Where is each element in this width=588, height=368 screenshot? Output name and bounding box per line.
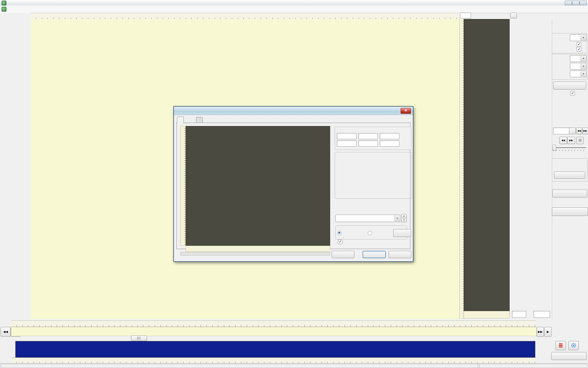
ep-axis-strip <box>464 311 510 318</box>
title-bar <box>0 0 588 6</box>
net-checkbox[interactable]: ✓ <box>570 91 575 96</box>
scroll-fast-right-button[interactable]: ▶▶ <box>537 327 544 337</box>
spectrogram[interactable] <box>15 341 535 358</box>
close-button[interactable] <box>579 1 587 5</box>
timeline-drag-handle[interactable]: ||| <box>131 335 147 341</box>
table-more-button[interactable] <box>569 128 576 134</box>
status-montage <box>478 364 587 368</box>
table-all-field[interactable] <box>553 128 570 134</box>
eeg-time-ruler <box>31 13 459 20</box>
ep-interval-count <box>460 13 471 18</box>
biofeedback-settings-button[interactable] <box>568 341 579 350</box>
graph-spin-down[interactable]: ▼ <box>401 218 407 222</box>
export-button[interactable] <box>393 229 411 237</box>
band-button[interactable] <box>553 82 586 90</box>
max-ms-field <box>337 133 356 139</box>
hf-select[interactable]: ▼ <box>570 63 586 70</box>
ep-plot[interactable] <box>186 126 330 246</box>
display-groupbox: ▼ ✓ ✓ <box>552 33 587 53</box>
timeline-ruler-bottom[interactable] <box>11 358 536 364</box>
tab-graph[interactable] <box>177 117 184 124</box>
right-panel: ▼ ✓ ✓ ▼ ▼ ▼ ✓ ◀◀ <box>552 13 588 332</box>
receive-mode-button[interactable] <box>551 352 587 360</box>
export-current-radio[interactable] <box>337 231 342 235</box>
edit-activity-button[interactable] <box>552 207 588 216</box>
graph-spin-up[interactable]: ▲ <box>401 214 407 218</box>
minimize-button[interactable] <box>565 1 572 5</box>
analysis-groupbox <box>552 158 587 182</box>
status-bar <box>0 363 588 368</box>
scroll-fast-left-button[interactable]: ◀◀ <box>1 327 10 337</box>
chevron-down-icon[interactable]: ▼ <box>581 71 586 77</box>
values-column <box>508 19 552 319</box>
current-graph-select[interactable]: ▼ <box>335 215 400 222</box>
uv-mm-select[interactable]: ▼ <box>570 55 586 62</box>
plot-x-axis <box>186 246 330 252</box>
red-bars-icon <box>558 343 563 348</box>
mm-sec-select[interactable]: ▼ <box>570 34 586 41</box>
print-button[interactable] <box>332 251 354 258</box>
peak2-ms-field <box>358 133 378 139</box>
maximize-button[interactable] <box>572 1 579 5</box>
stop-button[interactable] <box>576 137 584 144</box>
table-prev-button[interactable]: ◀◀ <box>576 128 582 134</box>
timeline-ruler-top[interactable] <box>11 320 536 327</box>
chevron-down-icon[interactable]: ▼ <box>581 35 586 40</box>
filters-groupbox: ▼ ▼ ▼ <box>552 54 587 80</box>
table-next-button[interactable]: ▶▶ <box>582 128 588 134</box>
plot-scrollbar[interactable] <box>180 252 330 255</box>
plot-y-axis <box>180 126 186 246</box>
lf-select[interactable]: ▼ <box>570 71 586 77</box>
marker-band <box>11 327 537 336</box>
export-all-radio[interactable] <box>368 231 372 235</box>
dialog-title-bar[interactable]: ✕ <box>174 107 413 115</box>
axes-checkbox[interactable]: ✓ <box>577 47 581 52</box>
max-uv-field <box>337 140 356 147</box>
length-button[interactable] <box>554 171 585 179</box>
doctor-report-button[interactable] <box>552 190 587 197</box>
ep-header <box>459 12 510 19</box>
rewind-button[interactable]: ◀◀ <box>559 137 567 144</box>
common-scale-checkbox[interactable]: ✓ <box>338 240 342 244</box>
speed-slider-ticks <box>553 150 586 151</box>
app-icon <box>2 1 6 6</box>
gear-icon <box>571 343 576 348</box>
forward-button[interactable]: ▶▶ <box>567 137 575 144</box>
cancel-button[interactable] <box>389 251 411 258</box>
status-patient <box>1 364 480 368</box>
grid-checkbox[interactable]: ✓ <box>577 42 581 47</box>
values-header <box>508 12 552 18</box>
ok-button[interactable] <box>363 251 386 258</box>
channel-graph-dialog: ✕ <box>174 106 413 262</box>
chevron-down-icon[interactable]: ▼ <box>581 63 586 69</box>
dialog-close-button[interactable]: ✕ <box>401 108 411 114</box>
stats-group <box>335 127 411 150</box>
cursor-uv-field <box>380 140 399 147</box>
neurotravel-window: ▼ ✓ ✓ ▼ ▼ ▼ ✓ ◀◀ <box>0 0 588 368</box>
menu-app-icon <box>2 7 6 12</box>
ep-traces <box>464 19 509 311</box>
chevron-down-icon[interactable]: ▼ <box>394 215 400 221</box>
ep-scale-strip <box>459 19 464 319</box>
peak2-uv-field <box>358 140 378 147</box>
chevron-down-icon[interactable]: ▼ <box>581 56 586 61</box>
biofeedback-levels-button[interactable] <box>556 341 566 350</box>
peaks-group <box>335 152 412 199</box>
cursor-ms-field <box>380 133 399 139</box>
trace-number-ruler <box>24 19 31 319</box>
ep-averaged-panel[interactable] <box>464 19 510 311</box>
speed-slider-track[interactable] <box>553 147 586 148</box>
biofeedback-panel <box>551 335 587 362</box>
